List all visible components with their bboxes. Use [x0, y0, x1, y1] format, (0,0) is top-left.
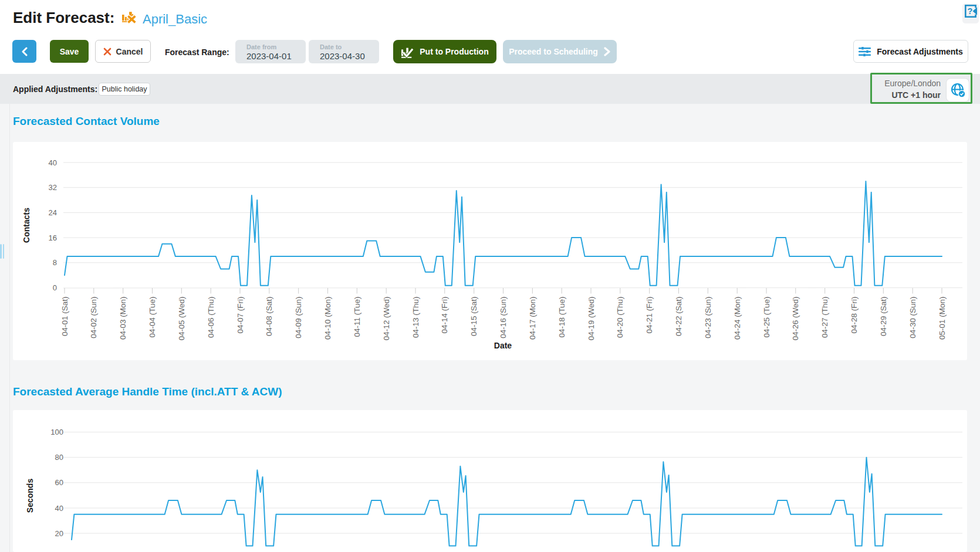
svg-text:20: 20	[55, 529, 63, 538]
svg-text:04-20 (Thu): 04-20 (Thu)	[616, 297, 624, 338]
svg-text:60: 60	[55, 478, 63, 487]
svg-text:04-30 (Sun): 04-30 (Sun)	[908, 297, 917, 338]
svg-text:04-27 (Thu): 04-27 (Thu)	[820, 297, 829, 338]
svg-text:04-01 (Sat): 04-01 (Sat)	[60, 297, 69, 337]
svg-text:24: 24	[49, 208, 57, 217]
svg-text:04-26 (Wed): 04-26 (Wed)	[791, 297, 800, 341]
svg-text:?: ?	[968, 6, 973, 16]
svg-text:80: 80	[55, 453, 63, 462]
svg-text:04-13 (Thu): 04-13 (Thu)	[411, 297, 420, 338]
svg-text:40: 40	[55, 504, 63, 513]
svg-text:Seconds: Seconds	[25, 479, 35, 513]
svg-text:Date: Date	[494, 341, 512, 350]
svg-text:16: 16	[49, 233, 57, 242]
svg-text:40: 40	[49, 158, 57, 167]
svg-text:04-11 (Tue): 04-11 (Tue)	[353, 297, 361, 337]
svg-text:04-12 (Wed): 04-12 (Wed)	[382, 297, 391, 341]
svg-text:100: 100	[50, 428, 63, 436]
svg-text:04-17 (Mon): 04-17 (Mon)	[528, 297, 537, 340]
svg-text:04-07 (Fri): 04-07 (Fri)	[236, 297, 245, 334]
svg-text:04-28 (Fri): 04-28 (Fri)	[850, 297, 859, 334]
svg-text:32: 32	[49, 183, 57, 192]
svg-text:Contacts: Contacts	[22, 208, 31, 243]
svg-text:04-06 (Thu): 04-06 (Thu)	[207, 297, 215, 338]
svg-text:04-08 (Sat): 04-08 (Sat)	[265, 297, 273, 337]
svg-text:04-25 (Tue): 04-25 (Tue)	[762, 297, 771, 338]
svg-text:04-03 (Mon): 04-03 (Mon)	[119, 297, 127, 340]
svg-text:04-19 (Wed): 04-19 (Wed)	[587, 297, 596, 341]
svg-text:04-21 (Fri): 04-21 (Fri)	[645, 297, 654, 334]
svg-text:04-04 (Tue): 04-04 (Tue)	[148, 297, 157, 338]
svg-text:04-24 (Mon): 04-24 (Mon)	[733, 297, 742, 340]
svg-text:04-14 (Fri): 04-14 (Fri)	[440, 297, 449, 334]
svg-text:04-29 (Sat): 04-29 (Sat)	[879, 297, 888, 337]
svg-text:04-15 (Sat): 04-15 (Sat)	[469, 297, 478, 337]
svg-text:04-18 (Tue): 04-18 (Tue)	[557, 297, 566, 338]
svg-text:04-10 (Mon): 04-10 (Mon)	[323, 297, 332, 340]
svg-text:04-22 (Sat): 04-22 (Sat)	[674, 297, 683, 337]
svg-text:04-05 (Wed): 04-05 (Wed)	[177, 297, 186, 341]
svg-text:04-02 (Sun): 04-02 (Sun)	[89, 297, 98, 338]
svg-text:0: 0	[53, 283, 57, 292]
svg-text:8: 8	[53, 258, 57, 267]
svg-text:04-09 (Sun): 04-09 (Sun)	[294, 297, 303, 338]
svg-text:04-16 (Sun): 04-16 (Sun)	[499, 297, 508, 338]
svg-text:05-01 (Mon): 05-01 (Mon)	[938, 297, 947, 340]
svg-text:04-23 (Sun): 04-23 (Sun)	[704, 297, 712, 338]
